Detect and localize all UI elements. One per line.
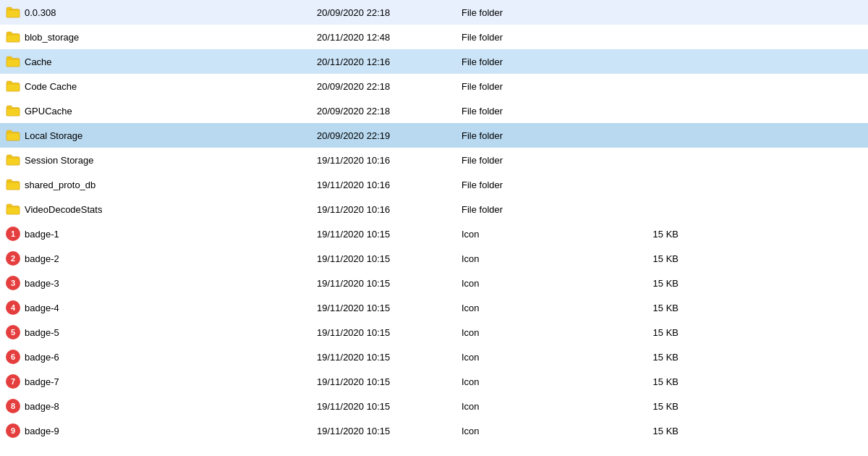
file-type: Icon — [461, 352, 606, 363]
file-name-text: badge-7 — [25, 376, 59, 387]
file-size: 15 KB — [606, 327, 693, 338]
file-type: File folder — [461, 180, 606, 190]
badge-number-icon: 6 — [6, 350, 20, 364]
file-type: File folder — [461, 130, 606, 141]
folder-icon — [6, 203, 20, 215]
file-size: 15 KB — [606, 376, 693, 387]
file-name-cell: 7badge-7 — [6, 374, 317, 389]
file-size: 15 KB — [606, 229, 693, 240]
file-name-text: badge-1 — [25, 229, 59, 240]
folder-icon — [6, 154, 20, 166]
file-type: File folder — [461, 106, 606, 117]
file-date: 19/11/2020 10:15 — [317, 278, 461, 289]
file-size: 15 KB — [606, 401, 693, 412]
svg-rect-7 — [7, 182, 20, 190]
badge-number-icon: 7 — [6, 374, 20, 389]
file-type: File folder — [461, 32, 606, 43]
table-row[interactable]: 7badge-719/11/2020 10:15Icon15 KB — [0, 369, 868, 394]
table-row[interactable]: 9badge-919/11/2020 10:15Icon15 KB — [0, 418, 868, 443]
file-type: Icon — [461, 401, 606, 412]
folder-icon — [6, 179, 20, 190]
file-date: 20/11/2020 12:16 — [317, 56, 461, 67]
badge-number-icon: 8 — [6, 399, 20, 413]
badge-number-icon: 1 — [6, 227, 20, 241]
file-size: 15 KB — [606, 278, 693, 289]
table-row[interactable]: GPUCache20/09/2020 22:18File folder — [0, 98, 868, 123]
svg-rect-6 — [7, 158, 20, 165]
table-row[interactable]: Cache20/11/2020 12:16File folder — [0, 49, 868, 74]
file-date: 20/09/2020 22:18 — [317, 7, 461, 18]
file-name-cell: 4badge-4 — [6, 300, 317, 315]
badge-number-icon: 3 — [6, 276, 20, 290]
file-date: 19/11/2020 10:15 — [317, 303, 461, 313]
table-row[interactable]: 4badge-419/11/2020 10:15Icon15 KB — [0, 295, 868, 320]
folder-icon — [6, 80, 20, 92]
file-size: 15 KB — [606, 426, 693, 436]
svg-rect-3 — [7, 84, 20, 91]
file-date: 19/11/2020 10:15 — [317, 253, 461, 264]
svg-rect-1 — [7, 35, 20, 42]
table-row[interactable]: Session Storage19/11/2020 10:16File fold… — [0, 148, 868, 172]
table-row[interactable]: Code Cache20/09/2020 22:18File folder — [0, 74, 868, 98]
file-date: 20/11/2020 12:48 — [317, 32, 461, 43]
file-name-text: blob_storage — [25, 32, 79, 43]
file-size: 15 KB — [606, 253, 693, 264]
file-name-cell: 8badge-8 — [6, 399, 317, 413]
file-name-text: GPUCache — [25, 106, 72, 117]
file-type: File folder — [461, 204, 606, 215]
file-name-cell: Session Storage — [6, 154, 317, 166]
table-row[interactable]: 5badge-519/11/2020 10:15Icon15 KB — [0, 320, 868, 345]
file-name-text: Local Storage — [25, 130, 82, 141]
file-name-cell: 5badge-5 — [6, 325, 317, 339]
badge-number-icon: 9 — [6, 423, 20, 438]
file-type: Icon — [461, 253, 606, 264]
file-date: 20/09/2020 22:19 — [317, 130, 461, 141]
table-row[interactable]: VideoDecodeStats19/11/2020 10:16File fol… — [0, 197, 868, 221]
file-date: 19/11/2020 10:15 — [317, 376, 461, 387]
file-type: File folder — [461, 7, 606, 18]
svg-rect-8 — [7, 207, 20, 214]
file-name-text: Code Cache — [25, 81, 77, 92]
table-row[interactable]: 1badge-119/11/2020 10:15Icon15 KB — [0, 221, 868, 246]
file-name-text: shared_proto_db — [25, 180, 95, 190]
folder-icon — [6, 56, 20, 67]
table-row[interactable]: 3badge-319/11/2020 10:15Icon15 KB — [0, 271, 868, 295]
file-type: File folder — [461, 56, 606, 67]
svg-rect-5 — [7, 133, 20, 140]
table-row[interactable]: 8badge-819/11/2020 10:15Icon15 KB — [0, 394, 868, 418]
file-name-cell: 6badge-6 — [6, 350, 317, 364]
file-date: 20/09/2020 22:18 — [317, 106, 461, 117]
file-name-text: Session Storage — [25, 155, 93, 166]
file-name-cell: VideoDecodeStats — [6, 203, 317, 215]
file-type: Icon — [461, 376, 606, 387]
file-name-cell: Code Cache — [6, 80, 317, 92]
file-date: 19/11/2020 10:15 — [317, 352, 461, 363]
badge-number-icon: 5 — [6, 325, 20, 339]
file-name-cell: Local Storage — [6, 130, 317, 141]
file-name-cell: blob_storage — [6, 31, 317, 43]
file-name-cell: 1badge-1 — [6, 227, 317, 241]
file-size: 15 KB — [606, 352, 693, 363]
file-date: 19/11/2020 10:15 — [317, 426, 461, 436]
table-row[interactable]: blob_storage20/11/2020 12:48File folder — [0, 25, 868, 49]
table-row[interactable]: 0.0.30820/09/2020 22:18File folder — [0, 0, 868, 25]
file-type: Icon — [461, 229, 606, 240]
table-row[interactable]: Local Storage20/09/2020 22:19File folder — [0, 123, 868, 148]
table-row[interactable]: 2badge-219/11/2020 10:15Icon15 KB — [0, 246, 868, 271]
folder-icon — [6, 7, 20, 18]
file-type: File folder — [461, 155, 606, 166]
file-name-text: badge-6 — [25, 352, 59, 363]
file-name-text: Cache — [25, 56, 52, 67]
svg-rect-2 — [7, 59, 20, 67]
file-name-text: badge-3 — [25, 278, 59, 289]
file-name-cell: 9badge-9 — [6, 423, 317, 438]
file-name-text: badge-5 — [25, 327, 59, 338]
file-name-text: badge-9 — [25, 426, 59, 436]
file-list: 0.0.30820/09/2020 22:18File folder blob_… — [0, 0, 868, 443]
file-date: 19/11/2020 10:15 — [317, 327, 461, 338]
file-type: Icon — [461, 303, 606, 313]
table-row[interactable]: shared_proto_db19/11/2020 10:16File fold… — [0, 172, 868, 197]
file-name-cell: GPUCache — [6, 105, 317, 117]
table-row[interactable]: 6badge-619/11/2020 10:15Icon15 KB — [0, 345, 868, 369]
badge-number-icon: 4 — [6, 300, 20, 315]
